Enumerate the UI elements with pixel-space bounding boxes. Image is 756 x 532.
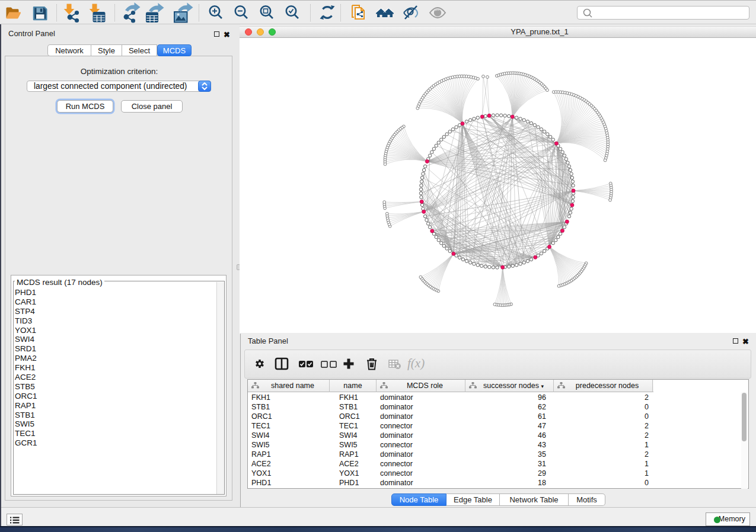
svg-text:f(x): f(x) bbox=[407, 356, 425, 370]
